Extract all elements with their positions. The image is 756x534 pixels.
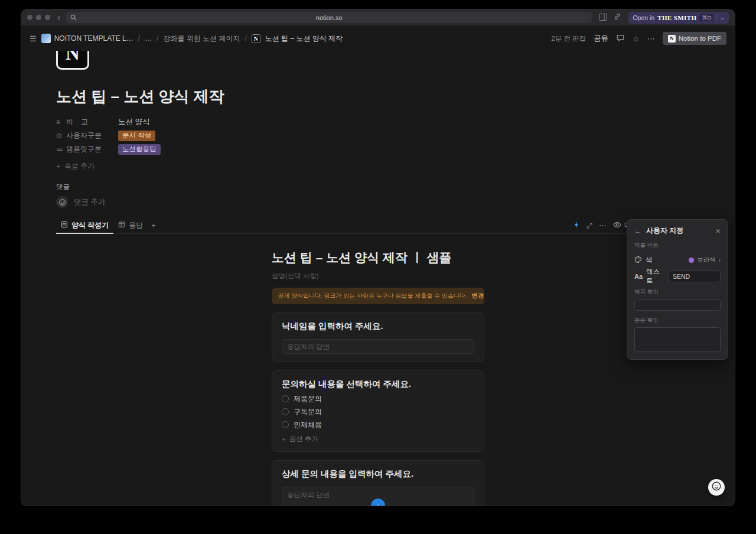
collection-header: 양식 작성기 응답 + [56, 217, 700, 234]
eye-icon [613, 222, 621, 230]
question-title: 닉네임을 입력하여 주세요. [282, 321, 474, 332]
form-description-placeholder[interactable]: 설명(선택 사항) [272, 272, 484, 281]
color-setting-row[interactable]: 색 보라색 › [634, 254, 721, 266]
title-check-label: 제목 확인 [634, 288, 721, 296]
expand-icon[interactable]: ⤢ [586, 222, 592, 230]
question-card-inquiry-type[interactable]: 문의하실 내용을 선택하여 주세요. 제품문의 구독문의 [272, 370, 484, 452]
property-name: 사용자구분 [66, 131, 118, 141]
radio-option[interactable]: 인재채용 [282, 421, 474, 429]
title-check-input[interactable] [634, 299, 721, 311]
favorite-star-icon[interactable]: ☆ [633, 34, 640, 43]
chevron-down-icon[interactable]: ⌄ [720, 15, 725, 21]
workspace-icon [41, 34, 51, 43]
page-title[interactable]: 노션 팁 – 노션 양식 제작 [56, 86, 735, 107]
add-property-label: 속성 추가 [64, 161, 94, 171]
property-name: 템플릿구분 [66, 144, 118, 154]
add-view-button[interactable]: + [148, 221, 159, 230]
breadcrumb-ellipsis[interactable]: … [145, 34, 152, 43]
property-row-template-type[interactable]: ≔ 템플릿구분 노션활용팁 [56, 142, 735, 156]
address-bar[interactable]: notion.so [66, 12, 592, 23]
open-in-app-button[interactable]: Open in THE SMITH ⌘O ⌄ [628, 12, 729, 24]
property-name: 비고 [66, 117, 118, 127]
comments-label: 댓글 [56, 183, 735, 191]
notion-topbar: ☰ NOITON TEMPLATE L… / … / 강좌를 위한 노션 페이지… [21, 26, 735, 51]
close-icon[interactable]: ✕ [715, 227, 721, 235]
radio-circle-icon[interactable] [282, 408, 289, 415]
split-view-icon[interactable] [599, 12, 607, 23]
property-row-user-type[interactable]: ⊙ 사용자구분 문서 작성 [56, 129, 735, 142]
workspace-name: NOITON TEMPLATE L… [54, 34, 133, 43]
radio-circle-icon[interactable] [282, 395, 289, 402]
share-button[interactable]: 공유 [594, 34, 608, 44]
page-properties: ≡ 비고 노션 양식 ⊙ 사용자구분 문서 작성 ≔ 템플릿구분 노션활용팁 [56, 115, 735, 156]
zoom-window-button[interactable] [45, 15, 50, 20]
radio-circle-icon[interactable] [282, 421, 289, 428]
add-comment-row[interactable]: 댓글 추가 [56, 196, 735, 208]
select-property-icon: ⊙ [56, 132, 66, 140]
form-column: 노션 팁 – 노션 양식 제작 ㅣ 샘플 설명(선택 사항) 공개 양식입니다.… [272, 249, 484, 506]
topbar-actions: 2분 전 편집 공유 ☆ ⋯ N Notion to PDF [551, 32, 726, 45]
text-property-icon: ≡ [56, 118, 66, 126]
button-text-input[interactable] [669, 271, 721, 282]
back-arrow-icon[interactable]: ← [634, 227, 641, 235]
comments-section: 댓글 댓글 추가 [56, 183, 735, 208]
add-property-button[interactable]: + 속성 추가 [56, 161, 735, 171]
breadcrumb-separator: / [245, 34, 246, 43]
more-options-icon[interactable]: ⋯ [647, 34, 655, 43]
page-icon[interactable]: N [56, 51, 89, 70]
add-comment-placeholder[interactable]: 댓글 추가 [74, 197, 105, 207]
property-tag[interactable]: 문서 작성 [118, 131, 155, 141]
search-icon [70, 14, 77, 22]
color-value: 보라색 [697, 256, 716, 264]
button-divider [716, 14, 717, 21]
chat-helper-button[interactable] [708, 479, 725, 496]
radio-option[interactable]: 구독문의 [282, 408, 474, 416]
breadcrumb-current-page[interactable]: 노션 팁 – 노션 양식 제작 [265, 34, 343, 44]
palette-icon [634, 256, 642, 265]
open-in-prefix: Open in [633, 14, 654, 21]
browser-back-button[interactable]: ‹ [57, 12, 60, 21]
customize-panel: ← 사용자 지정 ✕ 제출 버튼 색 [627, 219, 728, 360]
body-check-textarea[interactable] [634, 327, 721, 352]
breadcrumb-workspace[interactable]: NOITON TEMPLATE L… [41, 34, 133, 43]
answer-input[interactable] [282, 339, 474, 354]
breadcrumb-parent-page[interactable]: 강좌를 위한 노션 페이지 [163, 34, 240, 44]
submit-button-section-label: 제출 버튼 [634, 242, 721, 249]
form-title[interactable]: 노션 팁 – 노션 양식 제작 ㅣ 샘플 [272, 249, 484, 266]
property-row-remark[interactable]: ≡ 비고 노션 양식 [56, 115, 735, 129]
sidebar-toggle-icon[interactable]: ☰ [30, 34, 37, 43]
tab-label: 양식 작성기 [71, 220, 109, 230]
tab-form-builder[interactable]: 양식 작성기 [56, 217, 113, 234]
automation-bolt-icon[interactable] [573, 220, 580, 231]
question-card-nickname[interactable]: 닉네임을 입력하여 주세요. [272, 312, 484, 362]
text-style-icon: Aa [634, 273, 643, 280]
add-option-button[interactable]: + 옵션 추가 [282, 435, 474, 444]
color-label: 색 [646, 256, 653, 265]
radio-option[interactable]: 제품문의 [282, 395, 474, 403]
property-tag[interactable]: 노션활용팁 [118, 144, 161, 155]
comments-icon[interactable] [616, 34, 625, 44]
radio-label: 인재채용 [294, 420, 322, 430]
customize-panel-title: 사용자 지정 [646, 226, 683, 236]
copy-link-icon[interactable] [613, 12, 621, 23]
banner-change-button[interactable]: 변경 [472, 292, 484, 300]
screen: ‹ notion.so [0, 0, 756, 534]
view-options-icon[interactable]: ⋯ [599, 221, 607, 230]
property-value[interactable]: 노션 양식 [118, 117, 149, 127]
breadcrumb-separator: / [157, 34, 158, 43]
url-text: notion.so [316, 14, 343, 21]
close-window-button[interactable] [27, 15, 32, 20]
page-mini-icon: N [252, 34, 260, 43]
radio-label: 제품문의 [294, 394, 322, 404]
tab-label: 응답 [129, 220, 143, 230]
form-icon [61, 221, 68, 230]
multiselect-property-icon: ≔ [56, 145, 66, 154]
traffic-lights [27, 15, 50, 20]
add-option-label: 옵션 추가 [289, 435, 318, 444]
notion-to-pdf-button[interactable]: N Notion to PDF [663, 32, 726, 45]
banner-text: 공개 양식입니다. 링크가 있는 사람은 누구나 응답을 제출할 수 있습니다. [278, 292, 467, 300]
tab-responses[interactable]: 응답 [113, 217, 148, 234]
minimize-window-button[interactable] [36, 15, 41, 20]
public-form-banner: 공개 양식입니다. 링크가 있는 사람은 누구나 응답을 제출할 수 있습니다.… [272, 288, 484, 304]
chevron-right-icon: › [719, 257, 721, 263]
